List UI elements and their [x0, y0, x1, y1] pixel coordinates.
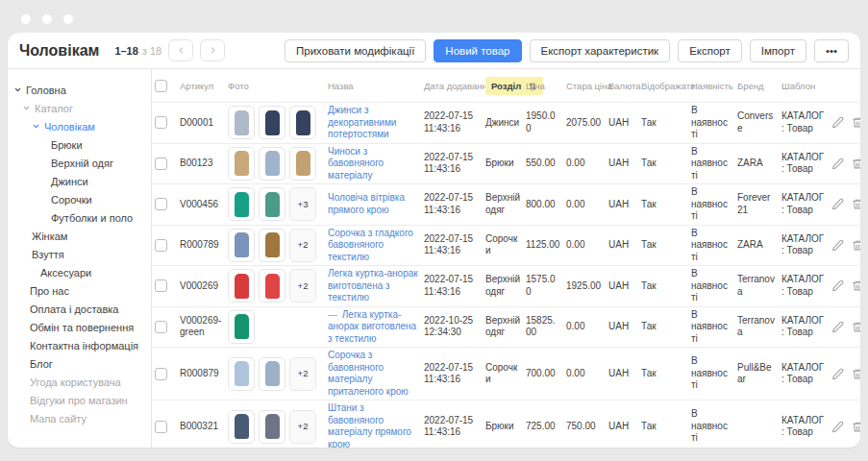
product-photo[interactable]	[228, 269, 255, 303]
column-header-old_price[interactable]: Стара ціна	[563, 69, 606, 103]
product-photo[interactable]	[228, 357, 255, 391]
sidebar-item-pro-nas[interactable]: Про нас	[8, 281, 151, 300]
sidebar-item-sorochky[interactable]: Сорочки	[8, 190, 151, 208]
trash-icon[interactable]	[852, 158, 860, 170]
pencil-icon[interactable]	[831, 421, 844, 433]
row-checkbox[interactable]	[155, 321, 167, 333]
row-checkbox[interactable]	[155, 116, 167, 129]
pencil-icon[interactable]	[831, 116, 844, 129]
trash-icon[interactable]	[852, 421, 860, 433]
sidebar-item-briuky[interactable]: Брюки	[8, 135, 151, 154]
export-button[interactable]: Експорт	[678, 39, 742, 62]
export-characteristics-button[interactable]: Експорт характеристик	[530, 39, 671, 62]
column-header-stock[interactable]: Наявність	[688, 69, 734, 103]
column-header-brand[interactable]: Бренд	[734, 69, 779, 103]
row-checkbox[interactable]	[155, 198, 167, 210]
product-photo[interactable]	[259, 147, 285, 181]
product-photo[interactable]	[289, 106, 316, 139]
chevron-down-icon[interactable]	[22, 104, 31, 112]
pencil-icon[interactable]	[831, 279, 844, 292]
column-header-price[interactable]: Ціна	[523, 69, 563, 103]
sidebar-item-bloh[interactable]: Блог	[8, 354, 151, 373]
row-checkbox[interactable]	[155, 421, 167, 433]
product-name-link[interactable]: Легка куртка-анорак виготовлена з тексти…	[328, 309, 416, 344]
product-photo[interactable]	[228, 310, 255, 344]
column-header-actions[interactable]	[829, 69, 860, 103]
product-photo[interactable]	[259, 229, 285, 262]
import-button[interactable]: Імпорт	[750, 39, 806, 62]
pencil-icon[interactable]	[831, 239, 844, 252]
more-photos-badge[interactable]: +2	[289, 269, 316, 303]
product-name-link[interactable]: Сорочка з гладкого бавовняного текстилю	[328, 228, 413, 262]
sidebar-item-futbolky-y-polo[interactable]: Футболки и поло	[8, 208, 151, 227]
chevron-down-icon[interactable]	[13, 85, 22, 94]
product-name-link[interactable]: Чоловіча вітрівка прямого крою	[328, 192, 405, 215]
sidebar-item-holovna[interactable]: Головна	[8, 81, 151, 99]
more-photos-badge[interactable]: +2	[289, 229, 316, 262]
product-photo[interactable]	[228, 410, 255, 444]
row-checkbox[interactable]	[155, 158, 167, 170]
trash-icon[interactable]	[852, 116, 860, 129]
cell-brand: ZARA	[734, 143, 779, 184]
trash-icon[interactable]	[852, 321, 860, 333]
sidebar-item-aksesuary[interactable]: Аксесуари	[8, 263, 151, 281]
product-photo[interactable]	[228, 147, 255, 181]
column-header-sku[interactable]: Артикул	[177, 69, 225, 103]
column-header-name[interactable]: Назва	[325, 69, 421, 103]
product-photo[interactable]	[228, 106, 255, 139]
sidebar-item-dzhynsy[interactable]: Джинси	[8, 172, 151, 190]
product-photo[interactable]	[259, 269, 285, 303]
product-name-link[interactable]: Штани з бавовняного матеріалу прямого кр…	[328, 402, 411, 448]
more-photos-badge[interactable]: +2	[289, 410, 316, 444]
select-all-checkbox[interactable]	[155, 80, 167, 92]
sidebar-item-oplata-i-dostavka[interactable]: Оплата і доставка	[8, 300, 151, 318]
column-header-date[interactable]: Дата додавання	[421, 69, 483, 103]
trash-icon[interactable]	[852, 239, 860, 252]
column-header-photo[interactable]: Фото	[225, 69, 325, 103]
chevron-down-icon[interactable]	[32, 122, 40, 131]
product-name-link[interactable]: Сорочка з бавовняного матеріалу притален…	[328, 350, 409, 397]
column-header-display[interactable]: Відображати	[638, 69, 688, 103]
sidebar-item-kataloh[interactable]: Каталог	[8, 99, 151, 117]
row-checkbox[interactable]	[155, 368, 167, 380]
next-page-button[interactable]	[200, 39, 225, 61]
sidebar-item-uhoda-korystuvacha[interactable]: Угода користувача	[8, 373, 151, 391]
column-header-currency[interactable]: Валюта	[606, 69, 638, 103]
product-photo[interactable]	[228, 229, 255, 262]
garment-image	[265, 192, 280, 217]
product-photo[interactable]	[289, 147, 316, 181]
product-photo[interactable]	[259, 187, 285, 221]
product-photo[interactable]	[259, 410, 285, 444]
pencil-icon[interactable]	[831, 158, 844, 170]
sidebar-item-cholovikam[interactable]: Чоловікам	[8, 117, 151, 135]
row-checkbox[interactable]	[155, 239, 167, 252]
sidebar-item-vidhuky-pro-mahazyn[interactable]: Відгуки про магазин	[8, 391, 151, 409]
sidebar-item-zhinkam[interactable]: Жінкам	[8, 227, 151, 245]
more-photos-badge[interactable]: +3	[289, 187, 316, 221]
pencil-icon[interactable]	[831, 198, 844, 210]
row-checkbox[interactable]	[155, 279, 167, 292]
trash-icon[interactable]	[852, 368, 860, 380]
more-actions-button[interactable]: •••	[814, 39, 849, 62]
product-name-link[interactable]: Чиноси з бавовняного матеріалу	[328, 146, 384, 181]
column-header-template[interactable]: Шаблон	[779, 69, 829, 103]
sidebar-item-mapa-saitu[interactable]: Мапа сайту	[8, 409, 151, 427]
product-name-link[interactable]: Джинси з декоративними потертостями	[328, 105, 396, 139]
new-product-button[interactable]: Новий товар	[434, 39, 521, 62]
sidebar-item-verkhnii-odiah[interactable]: Верхній одяг	[8, 154, 151, 172]
pencil-icon[interactable]	[831, 368, 844, 380]
product-photo[interactable]	[259, 106, 285, 139]
product-photo[interactable]	[228, 187, 255, 221]
product-photo[interactable]	[259, 357, 285, 391]
more-photos-badge[interactable]: +2	[289, 357, 316, 391]
column-header-section[interactable]: Розділ	[483, 69, 523, 103]
prev-page-button[interactable]	[168, 39, 193, 61]
trash-icon[interactable]	[852, 279, 860, 292]
sidebar-item-obmin-ta-povernennia[interactable]: Обмін та повернення	[8, 318, 151, 336]
sidebar-item-vzuttia[interactable]: Взуття	[8, 245, 151, 263]
product-name-link[interactable]: Легка куртка-анорак виготовлена з тексти…	[328, 268, 418, 303]
sidebar-item-kontaktna-informatsiia[interactable]: Контактна інформація	[8, 336, 151, 354]
trash-icon[interactable]	[852, 198, 860, 210]
pencil-icon[interactable]	[831, 321, 844, 333]
hide-modifications-button[interactable]: Приховати модифікації	[285, 39, 426, 62]
